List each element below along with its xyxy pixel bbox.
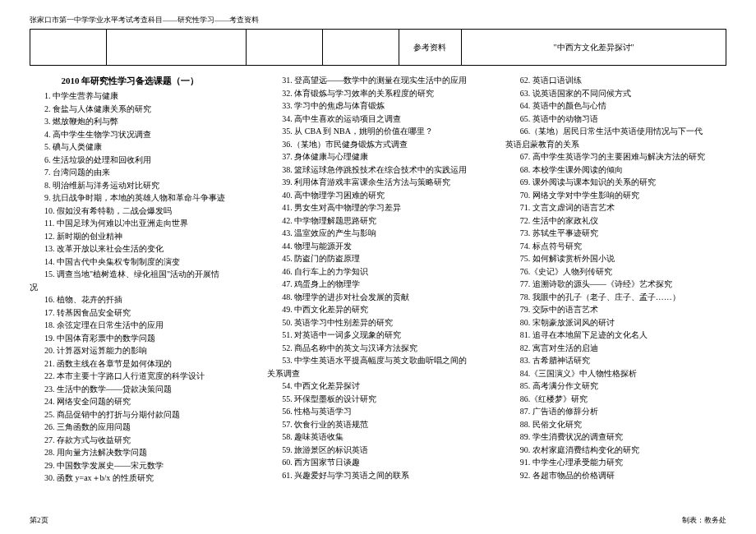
topic-item: 72. 生活中的家政礼仪 xyxy=(505,214,726,228)
topic-item: 40. 高中物理学习困难的研究 xyxy=(267,189,488,202)
topic-item: 88. 民俗文化研究 xyxy=(505,418,726,431)
table-cell-empty xyxy=(322,30,399,66)
topic-item: 2. 食盐与人体健康关系的研究 xyxy=(30,103,251,116)
footer-author: 制表：教务处 xyxy=(682,515,726,526)
reference-value: "中西方文化差异探讨" xyxy=(462,30,726,66)
topic-item: 60. 西方国家节日谈趣 xyxy=(267,456,488,469)
topic-item: 34. 高中生喜欢的运动项目之调查 xyxy=(267,113,488,126)
table-cell-empty xyxy=(30,30,107,66)
topic-item: 8. 明治维新与洋务运动对比研究 xyxy=(30,179,251,192)
topic-item: 英语启蒙教育的关系 xyxy=(505,138,726,151)
topic-item: 84.《三国演义》中人物性格探析 xyxy=(505,367,726,380)
topic-item: 23. 生活中的数学——贷款决策问题 xyxy=(30,383,251,396)
topic-item: 30. 函数 y=ax＋b/x 的性质研究 xyxy=(30,472,251,485)
topic-item: 43. 温室效应的产生与影响 xyxy=(267,227,488,240)
topic-item: 67. 高中学生英语学习的主要困难与解决方法的研究 xyxy=(505,150,726,163)
topic-item: 13. 改革开放以来社会生活的变化 xyxy=(30,242,251,255)
topics-columns: 2010 年研究性学习备选课题（一） 1. 中学生营养与健康2. 食盐与人体健康… xyxy=(30,74,726,489)
topic-item: 61. 兴趣爱好与学习英语之间的联系 xyxy=(267,469,488,482)
topic-item: 78. 我眼中的孔子（老子、庄子、孟子……） xyxy=(505,291,726,304)
topic-item: 46. 自行车上的力学知识 xyxy=(267,265,488,279)
topic-item: 90. 农村家庭消费结构变化的研究 xyxy=(505,444,726,457)
topic-item: 53. 中学生英语水平提高幅度与英文歌曲听唱之间的 xyxy=(267,354,488,367)
topic-item: 62. 英语口语训练 xyxy=(505,74,726,87)
topic-item: 75. 如何解读赏析外国小说 xyxy=(505,252,726,265)
topic-item: 92. 各超市物品的价格调研 xyxy=(505,469,726,482)
topic-item: 70. 网络文学对中学生影响的研究 xyxy=(505,189,726,202)
topic-item: 33. 学习中的焦虑与体育锻炼 xyxy=(267,99,488,113)
topic-item: 73. 苏轼生平事迹研究 xyxy=(505,227,726,240)
topic-item: 36.（某地）市民健身锻炼方式调查 xyxy=(267,138,488,151)
topic-item: 48. 物理学的进步对社会发展的贡献 xyxy=(267,291,488,304)
section-title: 2010 年研究性学习备选课题（一） xyxy=(30,74,251,88)
topic-item: 29. 中国数学发展史——宋元数学 xyxy=(30,459,251,472)
topic-item: 44. 物理与能源开发 xyxy=(267,240,488,253)
topic-item: 20. 计算器对运算能力的影响 xyxy=(30,344,251,357)
topic-item: 12. 新时期的创业精神 xyxy=(30,230,251,243)
topic-item: 32. 体育锻炼与学习效率的关系程度的研究 xyxy=(267,87,488,100)
topic-item: 14. 中国古代中央集权专制制度的演变 xyxy=(30,255,251,269)
topic-item: 19. 中国体育彩票中的数学问题 xyxy=(30,332,251,345)
topic-item: 58. 趣味英语收集 xyxy=(267,430,488,444)
page-header: 张家口市第一中学学业水平考试考查科目——研究性学习——考查资料 xyxy=(30,15,726,25)
topic-item: 52. 商品名称中的英文与汉译方法探究 xyxy=(267,342,488,355)
topic-item: 91. 中学生心理承受能力研究 xyxy=(505,456,726,469)
topic-item: 38. 篮球运球急停跳投技术在综合技术中的实践运用 xyxy=(267,163,488,177)
topic-item: 35. 从 CBA 到 NBA，姚明的价值在哪里？ xyxy=(267,125,488,138)
topic-item: 11. 中国足球为何难以冲出亚洲走向世界 xyxy=(30,217,251,230)
topic-item: 42. 中学物理解题思路研究 xyxy=(267,214,488,228)
topic-item: 17. 转基因食品安全研究 xyxy=(30,306,251,320)
topic-item: 87. 广告语的修辞分析 xyxy=(505,405,726,418)
table-cell-empty xyxy=(107,30,246,66)
topic-item: 18. 余弦定理在日常生活中的应用 xyxy=(30,319,251,332)
topic-item: 49. 中西文化差异的研究 xyxy=(267,303,488,316)
topic-item: 65. 英语中的动物习语 xyxy=(505,113,726,126)
topic-item: 25. 商品促销中的打折与分期付款问题 xyxy=(30,408,251,421)
topic-item: 83. 古希腊神话研究 xyxy=(505,354,726,367)
topic-item: 22. 本市主要十字路口人行道宽度的科学设计 xyxy=(30,370,251,383)
topic-item: 24. 网络安全问题的研究 xyxy=(30,395,251,408)
topic-item: 39. 利用体育游戏丰富课余生活方法与策略研究 xyxy=(267,176,488,189)
topic-item: 77. 追溯诗歌的源头——《诗经》艺术探究 xyxy=(505,278,726,291)
topic-item: 56. 性格与英语学习 xyxy=(267,405,488,418)
topic-item: 50. 英语学习中性别差异的研究 xyxy=(267,316,488,329)
topic-item: 51. 对英语中一词多义现象的研究 xyxy=(267,329,488,342)
topic-item: 79. 交际中的语言艺术 xyxy=(505,303,726,316)
topic-item: 86.《红楼梦》研究 xyxy=(505,393,726,406)
topic-item: 37. 身体健康与心理健康 xyxy=(267,150,488,163)
topic-item: 26. 三角函数的应用问题 xyxy=(30,421,251,434)
reference-label: 参考资料 xyxy=(399,30,461,66)
topic-item: 89. 学生消费状况的调查研究 xyxy=(505,430,726,444)
page-footer: 第2页 制表：教务处 xyxy=(30,515,726,526)
topic-item: 68. 本校学生课外阅读的倾向 xyxy=(505,163,726,177)
topic-item: 21. 函数主线在各章节是如何体现的 xyxy=(30,357,251,371)
topic-item: 28. 用向量方法解决数学问题 xyxy=(30,446,251,459)
topic-item: 69. 课外阅读与课本知识的关系的研究 xyxy=(505,176,726,189)
topic-item: 10. 假如没有希特勒，二战会爆发吗 xyxy=(30,205,251,218)
topic-item: 55. 环保型墨板的设计研究 xyxy=(267,393,488,406)
topic-item: 85. 高考满分作文研究 xyxy=(505,380,726,393)
topic-item: 57. 饮食行业的英语规范 xyxy=(267,418,488,431)
topic-item: 47. 鸡蛋身上的物理学 xyxy=(267,278,488,291)
topic-item: 况 xyxy=(30,281,251,294)
topic-item: 81. 追寻在本地留下足迹的文化名人 xyxy=(505,329,726,342)
topic-item: 71. 文言文虚词的语言艺术 xyxy=(505,201,726,214)
topic-item: 82. 寓言对生活的启迪 xyxy=(505,342,726,355)
topic-item: 59. 旅游景区的标识英语 xyxy=(267,444,488,457)
topic-item: 66.（某地）居民日常生活中英语使用情况与下一代 xyxy=(505,125,726,138)
topic-item: 74. 标点符号研究 xyxy=(505,240,726,253)
topic-item: 9. 抗日战争时期，本地的英雄人物和革命斗争事迹 xyxy=(30,191,251,205)
table-cell-empty xyxy=(246,30,322,66)
topic-item: 1. 中学生营养与健康 xyxy=(30,90,251,103)
topic-item: 5. 碘与人类健康 xyxy=(30,140,251,154)
topic-item: 6. 生活垃圾的处理和回收利用 xyxy=(30,154,251,167)
topic-item: 27. 存款方式与收益研究 xyxy=(30,434,251,447)
topic-item: 关系调查 xyxy=(267,367,488,380)
topic-item: 80. 宋朝豪放派词风的研讨 xyxy=(505,316,726,329)
topic-item: 4. 高中学生生物学习状况调查 xyxy=(30,128,251,141)
topic-item: 63. 说英语国家的不同问候方式 xyxy=(505,87,726,100)
page-number: 第2页 xyxy=(30,515,48,526)
topic-item: 15. 调查当地"植树造林、绿化祖国"活动的开展情 xyxy=(30,268,251,281)
topic-item: 7. 台湾问题的由来 xyxy=(30,166,251,179)
topic-item: 64. 英语中的颜色与心情 xyxy=(505,99,726,113)
